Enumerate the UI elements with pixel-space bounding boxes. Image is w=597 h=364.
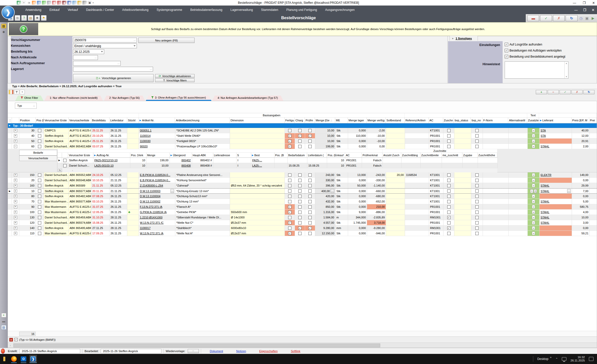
checkbox-icon[interactable] (298, 221, 302, 224)
artikel-link[interactable]: W.13.N-272.371 /A (140, 232, 163, 235)
form-field-6[interactable]: … (73, 67, 153, 72)
checkbox-icon[interactable] (475, 211, 479, 214)
column-header-lief[interactable]: ▶Lieferant (539, 118, 571, 123)
expand-row-icon[interactable]: + (14, 216, 17, 219)
close-icon[interactable]: ✕ (592, 1, 595, 5)
delete-row-button[interactable]: − (548, 90, 559, 94)
subtable-refresh-icon[interactable]: ↻ (58, 169, 62, 172)
checkbox-icon[interactable] (288, 195, 291, 198)
checkbox-icon[interactable] (38, 173, 41, 177)
checkbox-icon[interactable]: ✓ (505, 49, 508, 52)
overflow-icon[interactable]: » (550, 356, 551, 359)
subtable-link[interactable]: PA25-... (252, 159, 262, 162)
toolbar-icon-15[interactable]: ▦ (88, 1, 92, 5)
subtable-column-zh[interactable]: Zuschnitthöhe (478, 153, 497, 157)
checkbox-icon[interactable] (288, 189, 291, 193)
menu-item-9[interactable]: Stammdaten (258, 7, 282, 13)
ellipsis-button[interactable]: … (170, 189, 174, 193)
restore-icon[interactable]: ❐ (583, 1, 586, 5)
minimize-icon[interactable]: — (573, 1, 576, 5)
record-link-notizen[interactable]: Notizen (236, 350, 246, 353)
column-header-vererst[interactable]: Verursacher Erste (44, 118, 69, 123)
notes-icon[interactable]: ▤ (1, 24, 6, 28)
subtable-column-anz[interactable]: Anzahl Zusch (382, 153, 401, 157)
checkbox-icon[interactable] (447, 184, 451, 187)
checkbox-icon[interactable] (308, 129, 312, 132)
zusatztext-doc-icon[interactable]: a (532, 216, 535, 219)
toolbar-icon-8[interactable]: ▦ (52, 1, 56, 5)
notification-center-icon[interactable] (589, 357, 593, 361)
checkbox-icon[interactable] (475, 216, 479, 219)
checkbox-icon[interactable] (475, 226, 479, 230)
menu-item-10[interactable]: Planung und Fertigung (283, 7, 321, 13)
subtable-link[interactable]: LA25-00103-10 (94, 164, 114, 167)
toolbar-icon-1[interactable]: ◧ (17, 1, 21, 5)
checkbox-icon[interactable] (475, 179, 479, 182)
settings-checkbox-2[interactable]: ✓Bestellungen mit Aufträgen verknüpfen (505, 49, 562, 52)
checkbox-icon[interactable] (38, 140, 41, 143)
table-row-pos-10[interactable]: ▶+10Steffen AngrickABK 865577;ABK 8...20… (8, 188, 597, 194)
column-header-fnorm[interactable]: F-Norm (482, 118, 508, 123)
column-header-altern[interactable]: Alternativartil (508, 118, 527, 123)
column-header-bestell[interactable]: Bestelldatu (91, 118, 110, 123)
checkbox-icon[interactable] (298, 195, 302, 198)
subtable-row-2[interactable]: Daniel Schuch...LA25-00103-101010,008654… (57, 163, 497, 168)
checkbox-icon[interactable] (38, 184, 41, 187)
toolbar-icon-3[interactable]: √x (27, 1, 31, 5)
dropdown-caret-icon[interactable] (101, 51, 103, 52)
checkbox-icon[interactable] (447, 173, 451, 177)
checkbox-icon[interactable] (38, 134, 41, 138)
menu-item-4[interactable]: Dashboards / Center (82, 7, 118, 13)
checkbox-icon[interactable] (298, 179, 302, 182)
subtable-column-zg[interactable]: Zugabe (462, 153, 478, 157)
checkbox-icon[interactable] (475, 140, 479, 143)
menu-item-1[interactable]: Anwendung (22, 7, 45, 13)
table-row-pos-30[interactable]: +30CIMPCSAUFTG E AG25-00...25.11.2526.11… (8, 128, 597, 133)
mdi-close-icon[interactable]: ✕ (592, 8, 594, 12)
checkbox-icon[interactable] (288, 173, 291, 177)
column-header-f1[interactable]: Fertigu (285, 118, 295, 123)
checkbox-icon[interactable] (308, 173, 312, 177)
lieferant-link[interactable]: STA (541, 134, 546, 137)
artikel-link[interactable]: 1100017 (140, 226, 151, 230)
toolbar-icon-9[interactable]: ? (57, 1, 61, 5)
toolbar-icon-10[interactable]: ◆ (62, 1, 67, 5)
menu-item-11[interactable]: Ausgangsrechnungen (322, 7, 358, 13)
subtable-column-zb[interactable]: Zuschnittbreite (420, 153, 442, 157)
checkbox-icon[interactable] (298, 216, 302, 219)
checkbox-icon[interactable] (38, 179, 41, 182)
lieferant-link[interactable]: STAHL (541, 216, 549, 219)
vorschlaege-aktualisieren-button[interactable]: ⟳ Vorschläge aktualisieren (155, 74, 195, 78)
column-header-ref[interactable]: Referenz/Artikel- (405, 118, 429, 123)
column-header-ac[interactable]: AC (429, 118, 443, 123)
expand-row-icon[interactable]: + (14, 129, 17, 132)
expand-row-icon[interactable]: + (14, 173, 17, 177)
subtable-column-mz[interactable]: me_zuschnitt (442, 153, 462, 157)
ellipsis-button[interactable]: … (150, 68, 152, 70)
zusatztext-doc-icon[interactable]: a (532, 210, 535, 214)
prodat-taskbar-icon[interactable]: ❱ (29, 355, 37, 363)
subtable-column-ver[interactable]: Verursacher Erste (68, 153, 93, 157)
record-link-dokument[interactable]: Dokument (210, 350, 223, 353)
checkbox-icon[interactable] (475, 200, 479, 203)
checkbox-icon[interactable] (63, 164, 67, 167)
filter-active-checkbox[interactable]: ✓ (14, 338, 18, 341)
column-header-pos[interactable]: Position (19, 118, 36, 123)
ribbon-icon-4[interactable]: ▤ (28, 15, 33, 21)
toolbar-icon-4[interactable]: ♥ (32, 1, 36, 5)
zusatztext-doc-icon[interactable]: a (532, 178, 535, 182)
commit-row-button[interactable]: ✓ (560, 90, 571, 94)
checkbox-icon[interactable] (475, 145, 479, 148)
checkbox-icon[interactable]: ✓ (298, 226, 302, 230)
table-row-pos-110[interactable]: +110Max MustermannAUFTG E AG25-00...17.0… (8, 231, 597, 236)
zusatztext-doc-icon[interactable]: a (532, 200, 535, 203)
form-field-3[interactable]: 26.12.2025 (73, 49, 104, 54)
table-row-pos-150[interactable]: +150Daniel Schuchard...ABK 865552;ABK 8.… (8, 172, 597, 178)
checkbox-icon[interactable] (447, 195, 451, 198)
subtable-link[interactable]: 865402 (181, 159, 191, 162)
subtable-column-zl[interactable]: Zuschnittläng (401, 153, 420, 157)
record-link-softlink[interactable]: Softlink (291, 350, 301, 353)
column-header-zuschn[interactable]: Zuschn (443, 118, 454, 123)
column-header-prei2[interactable]: Prei (589, 118, 597, 123)
toolbar-icon-13[interactable]: ▤ (77, 1, 82, 5)
